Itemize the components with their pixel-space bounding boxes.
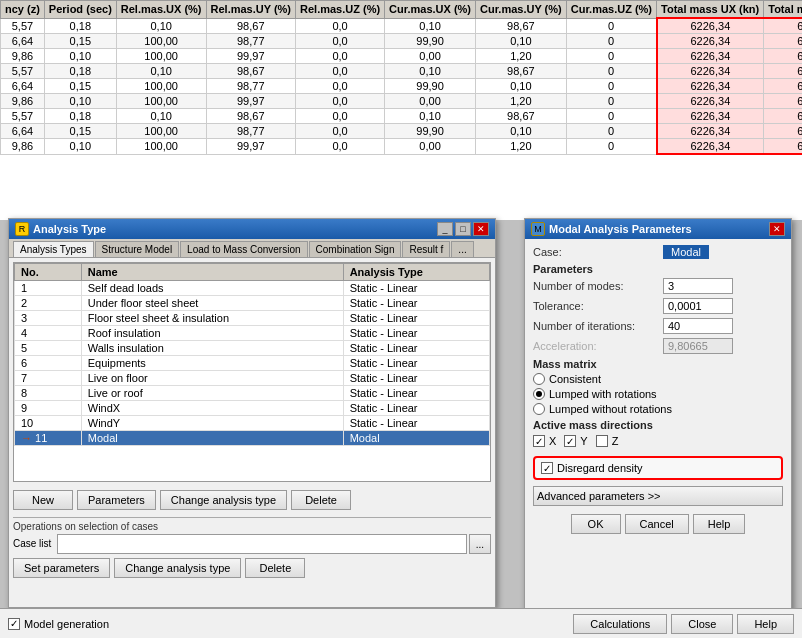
- params-title: Parameters: [533, 263, 783, 275]
- lumped-with-label: Lumped with rotations: [549, 388, 657, 400]
- help-bottom-button[interactable]: Help: [737, 614, 794, 634]
- analysis-tab[interactable]: Result f: [402, 241, 450, 257]
- case-row: Case: Modal: [533, 245, 783, 259]
- modal-body: Case: Modal Parameters Number of modes: …: [525, 239, 791, 544]
- analysis-tab[interactable]: Structure Model: [95, 241, 180, 257]
- operations-section: Operations on selection of cases Case li…: [9, 521, 495, 582]
- tolerance-label: Tolerance:: [533, 300, 663, 312]
- consistent-label: Consistent: [549, 373, 601, 385]
- analysis-table-container[interactable]: No.NameAnalysis Type 1Self dead loadsSta…: [13, 262, 491, 482]
- case-list-label: Case list: [13, 534, 51, 554]
- bottom-bar: Model generation Calculations Close Help: [0, 608, 802, 638]
- analysis-tab[interactable]: Load to Mass Conversion: [180, 241, 307, 257]
- bg-table-header: Cur.mas.UY (%): [476, 1, 567, 19]
- bottom-buttons: Calculations Close Help: [573, 614, 794, 634]
- table-row: 6,640,15100,0098,770,099,900,1006226,346…: [1, 79, 803, 94]
- modal-analysis-window: M Modal Analysis Parameters ✕ Case: Moda…: [524, 218, 792, 613]
- acceleration-row: Acceleration:: [533, 338, 783, 354]
- table-row[interactable]: 6EquipmentsStatic - Linear: [15, 356, 490, 371]
- model-gen-label: Model generation: [24, 618, 109, 630]
- case-list-input[interactable]: [57, 534, 466, 554]
- maximize-button[interactable]: □: [455, 222, 471, 236]
- case-label: Case:: [533, 246, 663, 258]
- dir-x-label: X: [549, 435, 556, 447]
- analysis-table: No.NameAnalysis Type 1Self dead loadsSta…: [14, 263, 490, 446]
- num-modes-input[interactable]: [663, 278, 733, 294]
- dir-z-checkbox[interactable]: [596, 435, 608, 447]
- case-list-browse-button[interactable]: ...: [469, 534, 491, 554]
- modal-close-button[interactable]: ✕: [769, 222, 785, 236]
- disregard-density-checkbox[interactable]: [541, 462, 553, 474]
- tolerance-input[interactable]: [663, 298, 733, 314]
- lumped-with-radio[interactable]: [533, 388, 545, 400]
- table-row[interactable]: 7Live on floorStatic - Linear: [15, 371, 490, 386]
- dir-z-label: Z: [612, 435, 619, 447]
- analysis-change-analysis-type-button[interactable]: Change analysis type: [160, 490, 287, 510]
- table-row[interactable]: 4Roof insulationStatic - Linear: [15, 326, 490, 341]
- dir-x-checkbox[interactable]: [533, 435, 545, 447]
- modal-bottom-buttons: OK Cancel Help: [533, 510, 783, 538]
- analysis-window-titlebar: R Analysis Type _ □ ✕: [9, 219, 495, 239]
- table-row[interactable]: 9WindXStatic - Linear: [15, 401, 490, 416]
- model-gen-checkbox[interactable]: [8, 618, 20, 630]
- close-bottom-button[interactable]: Close: [671, 614, 733, 634]
- active-mass-title: Active mass directions: [533, 419, 783, 431]
- dir-y-checkbox[interactable]: [564, 435, 576, 447]
- cancel-button[interactable]: Cancel: [625, 514, 689, 534]
- disregard-density-label: Disregard density: [557, 462, 643, 474]
- mass-matrix-title: Mass matrix: [533, 358, 783, 370]
- ops-label: Operations on selection of cases: [13, 521, 491, 532]
- tolerance-row: Tolerance:: [533, 298, 783, 314]
- ops-set-parameters-button[interactable]: Set parameters: [13, 558, 110, 578]
- table-row[interactable]: 1Self dead loadsStatic - Linear: [15, 281, 490, 296]
- at-table-header: Name: [81, 264, 343, 281]
- table-row[interactable]: 3Floor steel sheet & insulationStatic - …: [15, 311, 490, 326]
- lumped-without-label: Lumped without rotations: [549, 403, 672, 415]
- bg-table-header: Rel.mas.UY (%): [206, 1, 296, 19]
- dir-x-group: X: [533, 435, 556, 447]
- analysis-window-icon: R: [15, 222, 29, 236]
- modal-window-titlebar: M Modal Analysis Parameters ✕: [525, 219, 791, 239]
- table-row: 6,640,15100,0098,770,099,900,1006226,346…: [1, 124, 803, 139]
- calculations-button[interactable]: Calculations: [573, 614, 667, 634]
- window-controls: _ □ ✕: [437, 222, 489, 236]
- help-button[interactable]: Help: [693, 514, 746, 534]
- ok-button[interactable]: OK: [571, 514, 621, 534]
- close-button[interactable]: ✕: [473, 222, 489, 236]
- minimize-button[interactable]: _: [437, 222, 453, 236]
- analysis-tab[interactable]: ...: [451, 241, 473, 257]
- num-iter-label: Number of iterations:: [533, 320, 663, 332]
- case-value: Modal: [663, 245, 709, 259]
- consistent-radio-row: Consistent: [533, 373, 783, 385]
- dir-y-group: Y: [564, 435, 587, 447]
- analysis-tab[interactable]: Analysis Types: [13, 241, 94, 258]
- analysis-parameters-button[interactable]: Parameters: [77, 490, 156, 510]
- bg-table-header: Cur.mas.UZ (%): [566, 1, 656, 19]
- table-row: 6,640,15100,0098,770,099,900,1006226,346…: [1, 34, 803, 49]
- ops-delete-button[interactable]: Delete: [245, 558, 305, 578]
- dir-z-group: Z: [596, 435, 619, 447]
- table-row[interactable]: 10WindYStatic - Linear: [15, 416, 490, 431]
- advanced-parameters-button[interactable]: Advanced parameters >>: [533, 486, 783, 506]
- model-gen-row: Model generation: [8, 618, 569, 630]
- at-table-header: No.: [15, 264, 82, 281]
- table-row: 5,570,180,1098,670,00,1098,6706226,34622…: [1, 18, 803, 34]
- table-row[interactable]: 2Under floor steel sheetStatic - Linear: [15, 296, 490, 311]
- table-row[interactable]: 8Live or roofStatic - Linear: [15, 386, 490, 401]
- consistent-radio[interactable]: [533, 373, 545, 385]
- bg-table-header: Rel.mas.UX (%): [116, 1, 206, 19]
- table-row: 9,860,10100,0099,970,00,001,2006226,3462…: [1, 49, 803, 64]
- analysis-tab[interactable]: Combination Sign: [309, 241, 402, 257]
- analysis-type-window: R Analysis Type _ □ ✕ Analysis TypesStru…: [8, 218, 496, 608]
- num-iter-input[interactable]: [663, 318, 733, 334]
- table-row[interactable]: 5Walls insulationStatic - Linear: [15, 341, 490, 356]
- bg-table-header: Period (sec): [44, 1, 116, 19]
- table-row[interactable]: → 11ModalModal: [15, 431, 490, 446]
- analysis-new-button[interactable]: New: [13, 490, 73, 510]
- ops-change-analysis-type-button[interactable]: Change analysis type: [114, 558, 241, 578]
- ops-button-row: Set parametersChange analysis typeDelete: [13, 558, 491, 582]
- lumped-without-radio[interactable]: [533, 403, 545, 415]
- case-list-row: Case list ...: [13, 534, 491, 554]
- analysis-delete-button[interactable]: Delete: [291, 490, 351, 510]
- lumped-without-radio-row: Lumped without rotations: [533, 403, 783, 415]
